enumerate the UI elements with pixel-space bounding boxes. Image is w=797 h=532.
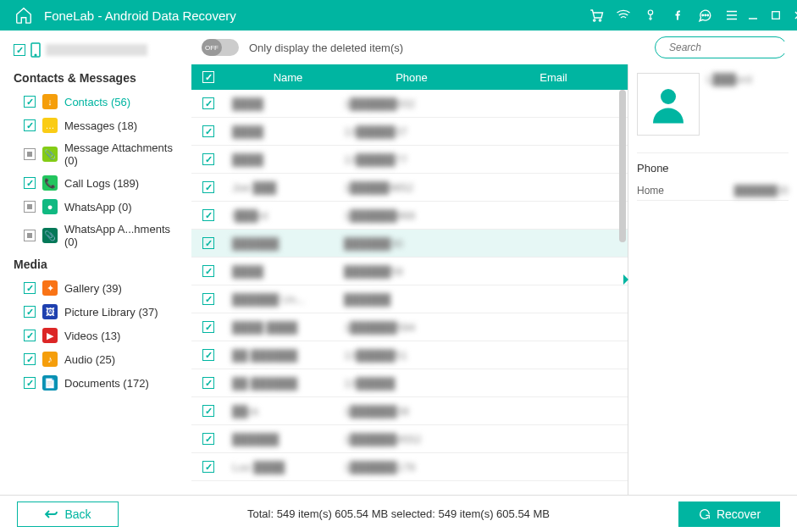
sidebar-item[interactable]: ▶Videos (13) bbox=[7, 324, 185, 347]
category-checkbox[interactable] bbox=[24, 230, 36, 241]
table-row[interactable]: ██ ██████13█████ bbox=[191, 369, 628, 397]
cell-phone: ██████59 bbox=[344, 265, 403, 278]
table-row[interactable]: ████1██████932 bbox=[191, 90, 628, 118]
sidebar-item[interactable]: ♪Audio (25) bbox=[7, 347, 185, 371]
facebook-icon[interactable] bbox=[670, 8, 685, 23]
svg-point-2 bbox=[648, 10, 652, 14]
row-checkbox[interactable] bbox=[202, 125, 214, 137]
table-row[interactable]: ████13█████77 bbox=[191, 146, 628, 174]
back-button[interactable]: Back bbox=[17, 502, 119, 527]
sidebar-section-title: Media bbox=[7, 252, 185, 276]
category-checkbox[interactable] bbox=[24, 306, 36, 318]
minimize-icon[interactable] bbox=[747, 9, 759, 21]
row-checkbox[interactable] bbox=[202, 293, 214, 305]
table-header: Name Phone Email bbox=[191, 64, 628, 90]
maximize-icon[interactable] bbox=[771, 10, 781, 20]
cell-phone: 13█████37 bbox=[344, 125, 407, 138]
header-name[interactable]: Name bbox=[225, 71, 344, 84]
close-icon[interactable] bbox=[793, 9, 797, 21]
device-checkbox[interactable] bbox=[14, 44, 25, 56]
table-body[interactable]: ████1██████932████13█████37████13█████77… bbox=[191, 90, 628, 495]
table-row[interactable]: Luo ████1██████178 bbox=[191, 453, 628, 481]
row-checkbox[interactable] bbox=[202, 153, 214, 165]
row-checkbox[interactable] bbox=[202, 237, 214, 249]
sidebar-item[interactable]: 📎Message Attachments (0) bbox=[7, 137, 185, 171]
table-row[interactable]: ██████1██████4552 bbox=[191, 425, 628, 453]
sidebar-item[interactable]: 🖼Picture Library (37) bbox=[7, 300, 185, 324]
category-checkbox[interactable] bbox=[24, 282, 36, 294]
key-icon[interactable] bbox=[643, 8, 658, 23]
sidebar-item[interactable]: 📄Documents (172) bbox=[7, 371, 185, 395]
menu-icon[interactable] bbox=[724, 8, 739, 23]
category-label: WhatsApp A...hments (0) bbox=[64, 223, 178, 248]
category-icon: … bbox=[42, 118, 58, 133]
home-icon[interactable] bbox=[14, 5, 34, 25]
scrollbar[interactable] bbox=[619, 90, 626, 495]
category-checkbox[interactable] bbox=[24, 96, 36, 108]
row-checkbox[interactable] bbox=[202, 209, 214, 221]
table-row[interactable]: ██ck1██████38 bbox=[191, 397, 628, 425]
table-row[interactable]: l███rd1██████868 bbox=[191, 202, 628, 230]
cart-icon[interactable] bbox=[589, 8, 604, 23]
search-box[interactable] bbox=[655, 36, 787, 58]
cell-name: ██████ Un... bbox=[232, 293, 305, 306]
category-checkbox[interactable] bbox=[24, 201, 36, 213]
recover-button[interactable]: Recover bbox=[678, 502, 780, 527]
cell-name: ████ bbox=[232, 125, 263, 138]
search-input[interactable] bbox=[669, 42, 797, 53]
expand-handle-icon[interactable] bbox=[622, 273, 630, 286]
sidebar-item[interactable]: ✦Gallery (39) bbox=[7, 276, 185, 300]
header-email[interactable]: Email bbox=[479, 71, 628, 84]
row-checkbox[interactable] bbox=[202, 433, 214, 445]
category-icon: 📎 bbox=[42, 228, 58, 243]
table-row[interactable]: ██████ Un...██████ bbox=[191, 285, 628, 313]
cell-phone: 1██████178 bbox=[344, 461, 415, 474]
select-all-checkbox[interactable] bbox=[202, 71, 214, 83]
row-checkbox[interactable] bbox=[202, 265, 214, 277]
category-checkbox[interactable] bbox=[24, 119, 36, 131]
category-checkbox[interactable] bbox=[24, 177, 36, 189]
category-label: Audio (25) bbox=[64, 353, 115, 366]
table-row[interactable]: ████13█████37 bbox=[191, 118, 628, 146]
sidebar-item[interactable]: 📞Call Logs (189) bbox=[7, 171, 185, 195]
table-row[interactable]: Joe ███1█████9652 bbox=[191, 174, 628, 202]
sidebar-item[interactable]: 📎WhatsApp A...hments (0) bbox=[7, 219, 185, 252]
sidebar-item[interactable]: …Messages (18) bbox=[7, 114, 185, 137]
category-label: Contacts (56) bbox=[64, 96, 130, 108]
cell-name: ████ bbox=[232, 265, 263, 278]
detail-phone-label: Home bbox=[637, 185, 664, 197]
row-checkbox[interactable] bbox=[202, 97, 214, 109]
category-label: Documents (172) bbox=[64, 377, 149, 390]
scrollbar-thumb[interactable] bbox=[619, 90, 626, 242]
category-checkbox[interactable] bbox=[24, 330, 36, 341]
wifi-icon[interactable] bbox=[616, 8, 631, 23]
category-checkbox[interactable] bbox=[24, 353, 36, 365]
sidebar-item[interactable]: ↓Contacts (56) bbox=[7, 90, 185, 114]
header-phone[interactable]: Phone bbox=[344, 71, 479, 84]
detail-phone-section: Phone bbox=[637, 162, 789, 175]
row-checkbox[interactable] bbox=[202, 321, 214, 333]
table-row[interactable]: ████ ████1██████594 bbox=[191, 313, 628, 341]
deleted-only-toggle[interactable]: OFF bbox=[202, 39, 239, 56]
cell-name: ████ bbox=[232, 97, 263, 110]
category-checkbox[interactable] bbox=[24, 377, 36, 389]
row-checkbox[interactable] bbox=[202, 461, 214, 473]
row-checkbox[interactable] bbox=[202, 377, 214, 389]
category-checkbox[interactable] bbox=[24, 148, 36, 160]
table-row[interactable]: ██████████59 bbox=[191, 258, 628, 285]
contacts-table: Name Phone Email ████1██████932████13███… bbox=[191, 64, 628, 495]
chat-icon[interactable] bbox=[697, 8, 712, 23]
table-row[interactable]: ████████████30 bbox=[191, 230, 628, 258]
titlebar: FoneLab - Android Data Recovery bbox=[0, 0, 797, 30]
category-icon: ↓ bbox=[42, 94, 58, 109]
row-checkbox[interactable] bbox=[202, 349, 214, 361]
sidebar-item[interactable]: ●WhatsApp (0) bbox=[7, 195, 185, 219]
row-checkbox[interactable] bbox=[202, 405, 214, 417]
svg-point-5 bbox=[707, 14, 709, 16]
table-row[interactable]: ██ ██████13█████51 bbox=[191, 341, 628, 369]
category-icon: 🖼 bbox=[42, 304, 58, 319]
cell-phone: 1██████594 bbox=[344, 321, 415, 334]
cell-phone: 13█████ bbox=[344, 377, 396, 390]
device-row[interactable] bbox=[7, 39, 185, 66]
row-checkbox[interactable] bbox=[202, 181, 214, 193]
